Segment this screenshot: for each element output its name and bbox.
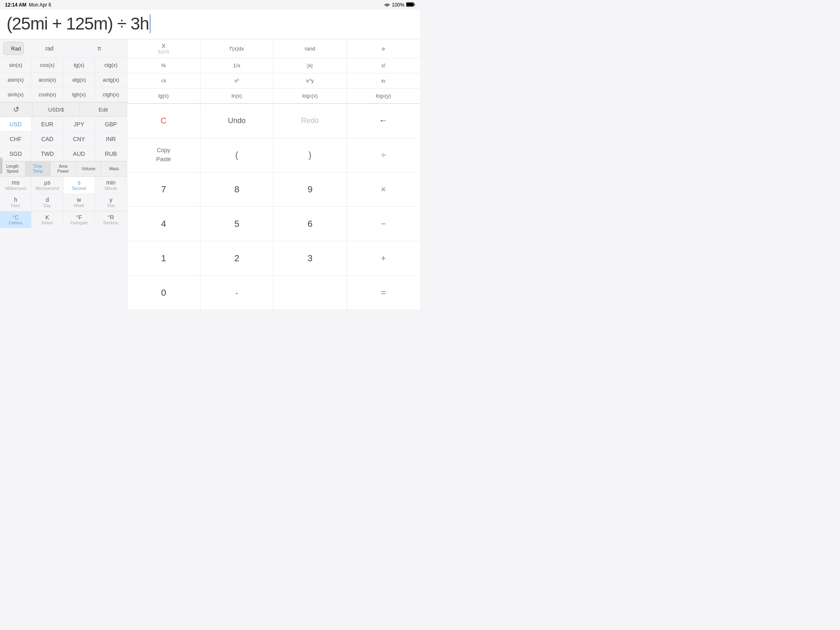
three-button[interactable]: 3 xyxy=(274,241,347,276)
currency-inr[interactable]: INR xyxy=(95,132,127,146)
undo-button[interactable]: Undo xyxy=(201,104,274,138)
unit-rankine[interactable]: °R Rankine xyxy=(95,212,127,228)
unit-h[interactable]: h Hour xyxy=(0,194,32,211)
tgh-button[interactable]: tgh(x) xyxy=(64,87,95,102)
time-unit-grid: ms Millisecond μs Microsecond s Second m… xyxy=(0,177,127,211)
currency-rub[interactable]: RUB xyxy=(95,146,127,161)
currency-eur[interactable]: EUR xyxy=(32,117,63,132)
currency-gbp[interactable]: GBP xyxy=(95,117,127,132)
cursor xyxy=(150,14,151,33)
factorial-button[interactable]: x! xyxy=(347,58,420,73)
ctg-button[interactable]: ctg(x) xyxy=(95,58,127,73)
ln-button[interactable]: ln(x) xyxy=(201,89,274,103)
unit-d[interactable]: d Day xyxy=(32,194,63,211)
log10-button[interactable]: lg(x) xyxy=(127,89,201,103)
currency-cad[interactable]: CAD xyxy=(32,132,63,146)
temp-unit-row: °C Celsius K Kelvin °F Faringate °R Rank… xyxy=(0,211,127,228)
cosh-button[interactable]: cosh(x) xyxy=(32,87,63,102)
status-date: Mon Apr 6 xyxy=(29,2,51,8)
unit-w[interactable]: w Week xyxy=(64,194,95,211)
svg-rect-1 xyxy=(406,3,413,6)
main-layout: Rad Deg rad π sin(x) cos(x) tg(x) ctg(x)… xyxy=(0,39,420,310)
e-button[interactable]: e xyxy=(347,39,420,58)
history-button[interactable]: ↺ xyxy=(0,103,33,116)
sinh-button[interactable]: sinh(x) xyxy=(0,87,32,102)
empty-cell xyxy=(274,276,347,310)
minus-button[interactable]: − xyxy=(347,207,420,241)
rad-unit-label[interactable]: rad xyxy=(25,45,74,52)
logxy-button[interactable]: logx(y) xyxy=(347,89,420,103)
atg-button[interactable]: atg(x) xyxy=(64,73,95,87)
equals-button[interactable]: = xyxy=(347,276,420,310)
tg-button[interactable]: tg(x) xyxy=(64,58,95,73)
copy-paste-button[interactable]: Copy Paste xyxy=(127,138,201,173)
close-paren-button[interactable]: ) xyxy=(274,138,347,173)
asin-button[interactable]: asin(x) xyxy=(0,73,32,87)
six-button[interactable]: 6 xyxy=(274,207,347,241)
five-button[interactable]: 5 xyxy=(201,207,274,241)
backspace-button[interactable]: ← xyxy=(347,104,420,138)
sqrt-button[interactable]: √x xyxy=(127,73,201,88)
unit-tab-time-temp[interactable]: TimeTemp xyxy=(25,162,51,176)
currency-aud[interactable]: AUD xyxy=(64,146,95,161)
unit-tab-area-power[interactable]: AreaPower xyxy=(51,162,76,176)
currency-chf[interactable]: CHF xyxy=(0,132,32,146)
sci-row-1: X f(x)=0 f'(x)dx rand e xyxy=(127,39,420,58)
seven-button[interactable]: 7 xyxy=(127,173,201,207)
unit-tab-volume[interactable]: Volume xyxy=(76,162,101,176)
sci-row-3: √x x² x^y xy xyxy=(127,73,420,89)
unit-tab-length-speed[interactable]: LengthSpeed xyxy=(0,162,25,176)
abs-button[interactable]: |x| xyxy=(274,58,347,73)
unit-tabs: LengthSpeed TimeTemp AreaPower Volume Ma… xyxy=(0,161,127,177)
square-button[interactable]: x² xyxy=(201,73,274,88)
log2-button[interactable]: log2(x) xyxy=(274,89,347,103)
left-edge-tab[interactable] xyxy=(0,158,2,174)
decimal-button[interactable]: · xyxy=(201,276,274,310)
unit-y[interactable]: y Year xyxy=(95,194,127,211)
reciprocal-button[interactable]: 1/x xyxy=(201,58,274,73)
clear-button[interactable]: C xyxy=(127,104,201,138)
divide-button[interactable]: ÷ xyxy=(347,138,420,173)
sci-row-4: lg(x) ln(x) log2(x) logx(y) xyxy=(127,89,420,104)
currency-jpy[interactable]: JPY xyxy=(64,117,95,132)
currency-cny[interactable]: CNY xyxy=(64,132,95,146)
multiply-button[interactable]: × xyxy=(347,173,420,207)
one-button[interactable]: 1 xyxy=(127,241,201,276)
rand-button[interactable]: rand xyxy=(274,39,347,58)
zero-button[interactable]: 0 xyxy=(127,276,201,310)
currency-usd[interactable]: USD xyxy=(0,117,32,132)
currency-twd[interactable]: TWD xyxy=(32,146,63,161)
two-button[interactable]: 2 xyxy=(201,241,274,276)
unit-celsius[interactable]: °C Celsius xyxy=(0,212,32,228)
four-button[interactable]: 4 xyxy=(127,207,201,241)
derivative-button[interactable]: f'(x)dx xyxy=(201,39,274,58)
unit-kelvin[interactable]: K Kelvin xyxy=(32,212,63,228)
actg-button[interactable]: actg(x) xyxy=(95,73,127,87)
redo-button[interactable]: Redo xyxy=(274,104,347,138)
pi-label[interactable]: π xyxy=(75,45,123,52)
rad-button[interactable]: Rad xyxy=(4,42,24,55)
currency-sgd[interactable]: SGD xyxy=(0,146,32,161)
unit-fahrenheit[interactable]: °F Faringate xyxy=(64,212,95,228)
ctgh-button[interactable]: ctgh(x) xyxy=(95,87,127,102)
rad-deg-row: Rad Deg rad π xyxy=(0,39,127,57)
xpowy-button[interactable]: xy xyxy=(347,73,420,88)
power-button[interactable]: x^y xyxy=(274,73,347,88)
solve-button[interactable]: X f(x)=0 xyxy=(127,39,201,58)
percent-button[interactable]: % xyxy=(127,58,201,73)
acos-button[interactable]: acos(x) xyxy=(32,73,63,87)
unit-min[interactable]: min Minute xyxy=(95,177,127,194)
unit-ms[interactable]: ms Millisecond xyxy=(0,177,32,194)
unit-us[interactable]: μs Microsecond xyxy=(32,177,63,194)
unit-s[interactable]: s Second xyxy=(64,177,95,194)
open-paren-button[interactable]: ( xyxy=(201,138,274,173)
eight-button[interactable]: 8 xyxy=(201,173,274,207)
nine-button[interactable]: 9 xyxy=(274,173,347,207)
plus-button[interactable]: + xyxy=(347,241,420,276)
edit-button[interactable]: Edit xyxy=(80,103,127,116)
currency-button[interactable]: USD/$ xyxy=(33,103,80,116)
status-bar: 12:14 AM Mon Apr 6 100% xyxy=(0,0,420,10)
cos-button[interactable]: cos(x) xyxy=(32,58,63,73)
unit-tab-mass[interactable]: Mass xyxy=(101,162,127,176)
sin-button[interactable]: sin(x) xyxy=(0,58,32,73)
